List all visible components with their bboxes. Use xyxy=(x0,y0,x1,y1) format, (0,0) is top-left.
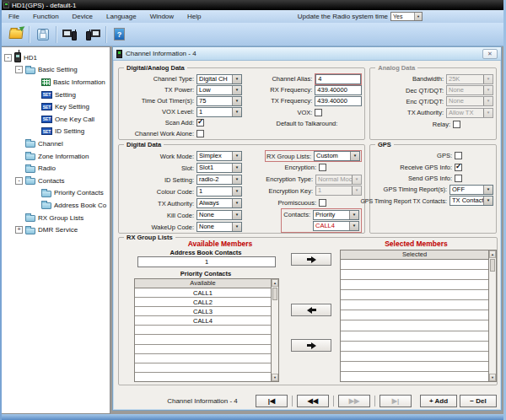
vox-level-select[interactable]: 1▼ xyxy=(196,107,242,117)
tree-item-basic-information[interactable]: Basic Information xyxy=(2,76,110,89)
table-row[interactable] xyxy=(341,270,488,280)
slot-select[interactable]: Slot1▼ xyxy=(196,163,242,173)
table-row[interactable] xyxy=(135,335,271,344)
scrollbar-thumb[interactable] xyxy=(490,259,495,272)
table-row[interactable] xyxy=(341,352,488,362)
scroll-up-icon[interactable]: ▲ xyxy=(272,279,278,287)
table-row[interactable] xyxy=(341,280,488,290)
tree-item-contacts[interactable]: - Contacts xyxy=(2,175,110,187)
encryption-checkbox[interactable] xyxy=(319,164,326,171)
update-radio-time-select[interactable]: Yes ▼ xyxy=(390,12,423,21)
menu-help[interactable]: Help xyxy=(180,10,207,23)
tree-item-rx-group-lists[interactable]: RX Group Lists xyxy=(2,212,110,224)
table-row[interactable] xyxy=(341,260,488,270)
collapse-icon[interactable]: - xyxy=(15,66,23,73)
address-book-contacts-list[interactable]: 1 xyxy=(137,256,276,267)
expand-icon[interactable]: + xyxy=(15,226,23,234)
send-gps-info-checkbox[interactable] xyxy=(455,175,462,182)
menu-window[interactable]: Window xyxy=(143,10,180,23)
tree-item-address-book-contacts[interactable]: Address Book Co xyxy=(2,199,110,212)
table-row[interactable]: CALL3 xyxy=(135,307,271,316)
dialog-titlebar[interactable]: Channel Information - 4 ✕ xyxy=(113,47,501,61)
tree-item-dmr-service[interactable]: + DMR Service xyxy=(2,223,110,236)
list-item[interactable]: 1 xyxy=(205,258,208,266)
table-row[interactable] xyxy=(135,363,271,373)
promiscuous-checkbox[interactable] xyxy=(319,199,326,207)
colour-code-select[interactable]: 1▼ xyxy=(196,186,242,197)
tree-item-channel[interactable]: Channel xyxy=(2,137,110,150)
kill-code-select[interactable]: None▼ xyxy=(196,210,242,220)
delete-channel-button[interactable]: − Del xyxy=(460,395,497,407)
rx-frequency-input[interactable]: 439.40000 xyxy=(315,85,362,95)
table-row[interactable]: CALL4 xyxy=(135,316,271,326)
gps-timing-report-select[interactable]: OFF▼ xyxy=(449,185,493,195)
tree-item-priority-contacts[interactable]: Priority Contacts xyxy=(2,187,110,200)
tree-item-setting[interactable]: SET Setting xyxy=(2,89,110,101)
read-from-radio-button[interactable] xyxy=(58,24,81,45)
channel-alias-input[interactable]: 4 xyxy=(315,74,361,84)
menu-language[interactable]: Language xyxy=(100,10,143,23)
channel-type-select[interactable]: Digital CH▼ xyxy=(196,74,242,84)
contacts-call-select[interactable]: CALL4▼ xyxy=(313,221,359,231)
table-row[interactable] xyxy=(341,372,488,381)
tree-item-id-setting[interactable]: SET ID Setting xyxy=(2,126,110,138)
rx-group-lists-select[interactable]: Custom▼ xyxy=(314,151,360,161)
table-row[interactable] xyxy=(341,310,488,320)
close-icon[interactable]: ✕ xyxy=(482,49,498,59)
scroll-down-icon[interactable]: ▼ xyxy=(272,374,278,381)
add-channel-button[interactable]: + Add xyxy=(420,395,457,407)
vox-checkbox[interactable] xyxy=(315,109,322,116)
first-record-button[interactable]: |◀ xyxy=(256,395,288,407)
write-to-radio-button[interactable] xyxy=(81,24,104,45)
scroll-up-icon[interactable]: ▲ xyxy=(489,250,496,258)
wakeup-code-select[interactable]: None▼ xyxy=(196,222,242,232)
tree-item-zone-information[interactable]: Zone Information xyxy=(2,150,110,163)
previous-record-button[interactable]: ◀◀ xyxy=(297,395,329,407)
digital-tx-authority-select[interactable]: Always▼ xyxy=(196,198,242,208)
table-row[interactable] xyxy=(135,354,271,363)
table-row[interactable]: CALL1 xyxy=(135,288,271,298)
last-record-button[interactable]: ▶| xyxy=(380,395,412,407)
move-right-button[interactable] xyxy=(291,253,331,266)
table-row[interactable] xyxy=(341,331,488,342)
menu-function[interactable]: Function xyxy=(26,10,66,23)
scroll-down-icon[interactable]: ▼ xyxy=(489,374,496,381)
id-setting-select[interactable]: radio-2▼ xyxy=(196,175,242,185)
tree-item-basic-setting[interactable]: - Basic Setting xyxy=(2,64,110,77)
table-row[interactable] xyxy=(135,345,271,354)
tx-frequency-input[interactable]: 439.40000 xyxy=(315,96,362,106)
scrollbar-thumb[interactable] xyxy=(272,288,277,300)
save-file-button[interactable] xyxy=(31,24,54,45)
collapse-icon[interactable]: - xyxy=(4,54,12,62)
table-row[interactable] xyxy=(341,290,488,300)
contacts-select[interactable]: Priority▼ xyxy=(313,210,359,220)
table-row[interactable]: CALL2 xyxy=(135,298,271,307)
table-row[interactable] xyxy=(135,373,271,381)
menu-file[interactable]: File xyxy=(2,10,26,23)
tree-item-hd1[interactable]: - HD1 xyxy=(2,51,110,64)
menu-device[interactable]: Device xyxy=(66,10,100,23)
tree-item-one-key-call[interactable]: SET One Key Call xyxy=(2,113,110,126)
table-row[interactable] xyxy=(341,300,488,310)
gps-checkbox[interactable] xyxy=(455,152,462,159)
next-record-button[interactable]: ▶▶ xyxy=(338,395,370,407)
move-left-button[interactable] xyxy=(291,304,331,316)
scan-add-checkbox[interactable] xyxy=(196,119,204,127)
table-row[interactable] xyxy=(341,362,488,372)
help-button[interactable]: ? xyxy=(108,24,131,45)
scrollbar[interactable]: ▲ ▼ xyxy=(271,279,278,381)
collapse-icon[interactable]: - xyxy=(15,177,23,185)
tree-item-key-setting[interactable]: SET Key Setting xyxy=(2,100,110,113)
move-right-bottom-button[interactable] xyxy=(291,339,331,352)
time-out-timer-select[interactable]: 75▼ xyxy=(196,96,242,106)
channel-work-alone-checkbox[interactable] xyxy=(196,130,204,137)
table-row[interactable] xyxy=(341,342,488,352)
table-row[interactable] xyxy=(341,320,488,331)
work-mode-select[interactable]: Simplex▼ xyxy=(196,151,242,161)
relay-checkbox[interactable] xyxy=(453,121,460,128)
gps-timing-report-tx-contacts-select[interactable]: TX Contact▼ xyxy=(449,196,493,206)
window-titlebar[interactable]: HD1(GPS) - default-1 xyxy=(2,0,503,10)
open-file-button[interactable] xyxy=(4,24,27,45)
tx-power-select[interactable]: Low▼ xyxy=(196,85,242,95)
scrollbar[interactable]: ▲ ▼ xyxy=(488,250,496,381)
